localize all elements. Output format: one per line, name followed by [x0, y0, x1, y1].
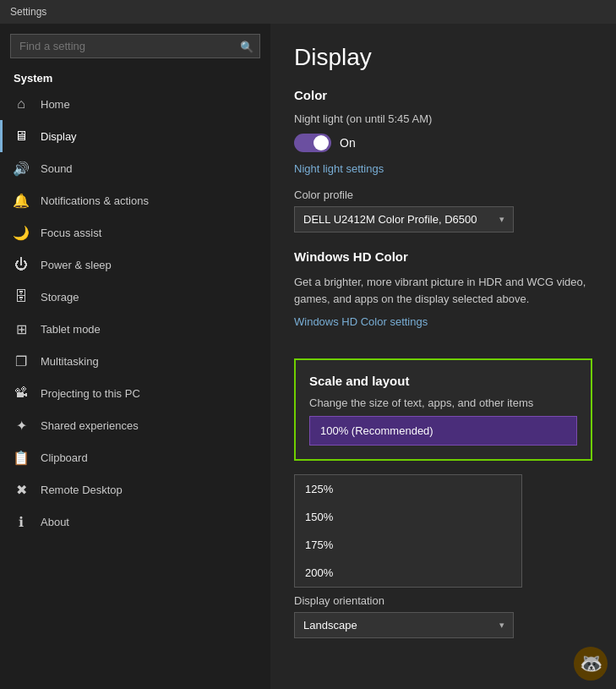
sidebar-item-sound[interactable]: 🔊 Sound [0, 152, 270, 184]
focus-assist-icon: 🌙 [14, 225, 29, 240]
scale-dropdown-options: 125% 150% 175% 200% [294, 474, 522, 588]
color-profile-chevron-icon: ▾ [499, 214, 504, 225]
search-container: 🔍 [10, 34, 260, 58]
sidebar-item-projecting[interactable]: 📽 Projecting to this PC [0, 377, 270, 409]
sidebar: 🔍 System ⌂ Home 🖥 Display 🔊 Sound 🔔 Noti… [0, 24, 270, 689]
sidebar-item-about[interactable]: ℹ About [0, 506, 270, 538]
sidebar-item-power-sleep-label: Power & sleep [41, 259, 112, 271]
color-profile-label: Color profile [294, 189, 592, 201]
color-section: Color Night light (on until 5:45 AM) On … [294, 88, 592, 232]
sidebar-item-notifications-label: Notifications & actions [41, 194, 149, 207]
sidebar-item-clipboard[interactable]: 📋 Clipboard [0, 441, 270, 473]
sidebar-item-storage-label: Storage [41, 291, 79, 303]
clipboard-icon: 📋 [14, 450, 29, 465]
notifications-icon: 🔔 [14, 193, 29, 208]
sidebar-item-storage[interactable]: 🗄 Storage [0, 281, 270, 313]
hd-color-description: Get a brighter, more vibrant picture in … [294, 274, 592, 307]
sidebar-item-power-sleep[interactable]: ⏻ Power & sleep [0, 249, 270, 281]
scale-layout-section: Scale and layout Change the size of text… [294, 358, 592, 461]
sidebar-item-tablet-mode-label: Tablet mode [41, 323, 101, 336]
night-light-toggle[interactable] [294, 134, 331, 152]
sidebar-item-clipboard-label: Clipboard [41, 451, 88, 464]
color-profile-dropdown[interactable]: DELL U2412M Color Profile, D6500 ▾ [294, 206, 514, 232]
avatar-icon: 🦝 [574, 647, 608, 681]
hd-color-section: Windows HD Color Get a brighter, more vi… [294, 249, 592, 342]
scale-selected-option[interactable]: 100% (Recommended) [309, 416, 577, 446]
orientation-chevron-icon: ▾ [499, 620, 504, 631]
toggle-on-label: On [340, 136, 356, 150]
shared-experiences-icon: ✦ [14, 418, 29, 433]
sidebar-item-notifications[interactable]: 🔔 Notifications & actions [0, 184, 270, 216]
tablet-mode-icon: ⊞ [14, 321, 29, 336]
scale-layout-title: Scale and layout [309, 374, 577, 388]
sidebar-item-tablet-mode[interactable]: ⊞ Tablet mode [0, 313, 270, 345]
title-bar-label: Settings [10, 6, 46, 18]
orientation-value: Landscape [303, 619, 357, 632]
color-section-title: Color [294, 88, 592, 102]
sidebar-item-shared-experiences[interactable]: ✦ Shared experiences [0, 409, 270, 441]
main-container: 🔍 System ⌂ Home 🖥 Display 🔊 Sound 🔔 Noti… [0, 24, 616, 689]
scale-option-150[interactable]: 150% [295, 503, 521, 531]
sidebar-item-projecting-label: Projecting to this PC [41, 387, 140, 400]
night-light-label: Night light (on until 5:45 AM) [294, 112, 592, 125]
hd-color-section-title: Windows HD Color [294, 249, 592, 264]
scale-option-175[interactable]: 175% [295, 531, 521, 559]
night-light-settings-link[interactable]: Night light settings [294, 162, 384, 175]
sound-icon: 🔊 [14, 161, 29, 176]
page-title: Display [294, 44, 592, 71]
sidebar-item-about-label: About [41, 516, 69, 528]
toggle-knob [313, 135, 329, 150]
scale-option-125[interactable]: 125% [295, 475, 521, 503]
search-input[interactable] [10, 34, 260, 58]
sidebar-item-sound-label: Sound [41, 162, 73, 175]
title-bar: Settings [0, 0, 616, 24]
orientation-dropdown[interactable]: Landscape ▾ [294, 612, 514, 638]
content-area: Display Color Night light (on until 5:45… [270, 24, 616, 689]
sidebar-item-remote-desktop[interactable]: ✖ Remote Desktop [0, 473, 270, 506]
display-icon: 🖥 [14, 129, 29, 144]
hd-color-settings-link[interactable]: Windows HD Color settings [294, 315, 428, 328]
sidebar-item-multitasking[interactable]: ❐ Multitasking [0, 345, 270, 377]
sidebar-item-focus-assist-label: Focus assist [41, 227, 101, 239]
sidebar-item-remote-desktop-label: Remote Desktop [41, 484, 123, 496]
sidebar-item-display[interactable]: 🖥 Display [0, 120, 270, 152]
orientation-section: Display orientation Landscape ▾ [294, 594, 592, 638]
multitasking-icon: ❐ [14, 353, 29, 369]
search-icon: 🔍 [240, 40, 253, 52]
sidebar-item-multitasking-label: Multitasking [41, 355, 99, 368]
home-icon: ⌂ [14, 96, 29, 112]
scale-option-200[interactable]: 200% [295, 559, 521, 587]
sidebar-item-display-label: Display [41, 130, 77, 143]
sidebar-item-home[interactable]: ⌂ Home [0, 88, 270, 120]
sidebar-item-focus-assist[interactable]: 🌙 Focus assist [0, 216, 270, 249]
sidebar-item-home-label: Home [41, 98, 70, 111]
projecting-icon: 📽 [14, 386, 29, 401]
scale-layout-description: Change the size of text, apps, and other… [309, 396, 577, 409]
storage-icon: 🗄 [14, 289, 29, 304]
orientation-label: Display orientation [294, 594, 592, 607]
night-light-toggle-row: On [294, 134, 592, 152]
about-icon: ℹ [14, 514, 29, 529]
remote-desktop-icon: ✖ [14, 482, 29, 497]
sidebar-category-system: System [0, 65, 270, 88]
power-sleep-icon: ⏻ [14, 257, 29, 272]
color-profile-value: DELL U2412M Color Profile, D6500 [303, 213, 477, 226]
sidebar-item-shared-experiences-label: Shared experiences [41, 419, 139, 432]
